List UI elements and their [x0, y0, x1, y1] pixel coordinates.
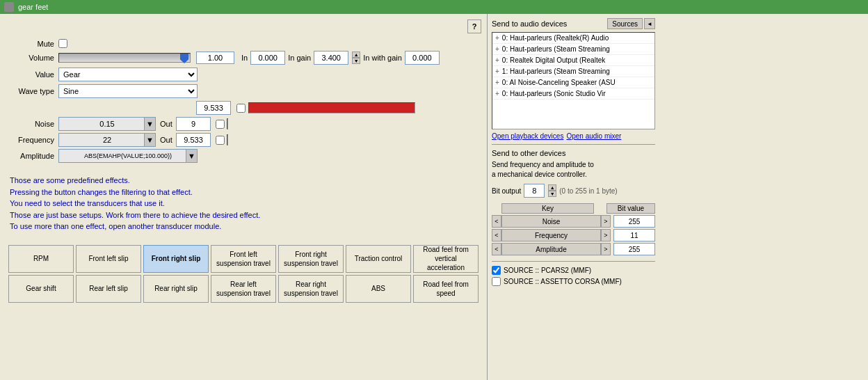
desc-line3: You need to select the transducers that … [10, 198, 477, 209]
channel3-checkbox[interactable] [216, 136, 225, 145]
channel1-fill [249, 103, 415, 113]
device-item-4[interactable]: + 1: Haut-parleurs (Steam Streaming [492, 66, 654, 77]
kv-amp-next[interactable]: > [601, 243, 611, 255]
open-playback-btn[interactable]: Open playback devices [492, 132, 563, 140]
kv-freq-prev[interactable]: < [492, 229, 501, 242]
kv-amp-prev[interactable]: < [492, 243, 501, 255]
noise-dropdown-btn[interactable]: ▼ [144, 118, 155, 130]
bottom-buttons: Open playback devices Open audio mixer [492, 132, 655, 140]
preset-traction-control[interactable]: Traction control [346, 245, 411, 273]
wavetype-select[interactable]: Sine Square Triangle [58, 84, 198, 98]
value-select[interactable]: Gear [58, 68, 198, 81]
audio-devices-header: Send to audio devices Sources ◄ [492, 18, 655, 29]
frequency-value-box[interactable]: 22 ▼ [58, 133, 156, 147]
channel2-checkbox[interactable] [216, 120, 225, 129]
value-row: Value Gear [6, 68, 481, 81]
device-list: + 0: Haut-parleurs (Realtek(R) Audio + 0… [492, 32, 655, 129]
channel1-checkbox[interactable] [236, 104, 246, 113]
kv-row-frequency: < Frequency > 11 [492, 229, 655, 242]
frequency-row: Frequency 22 ▼ Out 9.533 [6, 133, 481, 147]
source-2-label: SOURCE :: ASSETTO CORSA (MMF) [504, 278, 622, 285]
preset-road-feel-speed[interactable]: Road feel from speed [413, 275, 479, 303]
source-1-checkbox[interactable] [492, 266, 501, 275]
plus-icon-3: + [495, 56, 499, 64]
device-name-5: 0: AI Noise-Canceling Speaker (ASU [502, 79, 616, 86]
in-gain-spinner[interactable]: ▲ ▼ [352, 52, 360, 64]
device-item-5[interactable]: + 0: AI Noise-Canceling Speaker (ASU [492, 77, 654, 88]
preset-front-right-slip[interactable]: Front right slip [143, 245, 209, 273]
device-name-3: 0: Realtek Digital Output (Realtek [502, 56, 605, 64]
device-item-2[interactable]: + 0: Haut-parleurs (Steam Streaming [492, 44, 654, 55]
bit-spinner-up[interactable]: ▲ [548, 184, 556, 191]
plus-icon-6: + [495, 90, 499, 97]
wavetype-label: Wave type [6, 87, 54, 95]
amplitude-value: ABS(EMAHP(VALUE;100.000)) [84, 152, 172, 159]
amplitude-dropdown-btn[interactable]: ▼ [186, 150, 197, 162]
device-item-1[interactable]: + 0: Haut-parleurs (Realtek(R) Audio [492, 33, 654, 44]
device-name-2: 0: Haut-parleurs (Steam Streaming [502, 45, 610, 53]
help-button[interactable]: ? [467, 19, 481, 33]
preset-rear-right-slip[interactable]: Rear right slip [143, 275, 209, 303]
noise-value-box[interactable]: 0.15 ▼ [58, 117, 156, 131]
app-icon [4, 2, 14, 12]
volume-row: Volume 1.00 In 0.000 In gain 3.400 ▲ ▼ I… [6, 51, 481, 65]
plus-icon-4: + [495, 68, 499, 75]
amplitude-value-box[interactable]: ABS(EMAHP(VALUE;100.000)) ▼ [58, 149, 198, 163]
kv-freq-value[interactable]: 11 [613, 229, 655, 242]
channel1-bar [248, 102, 415, 113]
app-title: gear feet [18, 3, 48, 11]
spinner-up[interactable]: ▲ [352, 52, 360, 58]
arrow-button[interactable]: ◄ [644, 18, 655, 29]
preset-rpm[interactable]: RPM [8, 245, 74, 273]
preset-gear-shift[interactable]: Gear shift [8, 275, 74, 303]
kv-noise-next[interactable]: > [601, 215, 611, 228]
preset-rear-right-suspension[interactable]: Rear right suspension travel [278, 275, 344, 303]
frequency-value: 22 [103, 136, 111, 144]
open-mixer-btn[interactable]: Open audio mixer [566, 132, 621, 140]
sources-button[interactable]: Sources [607, 18, 643, 29]
in-gain-label: In gain [288, 54, 311, 62]
source-2-checkbox[interactable] [492, 277, 501, 286]
in-field[interactable]: 0.000 [250, 51, 285, 65]
gain-section: In 0.000 In gain 3.400 ▲ ▼ In with gain … [241, 51, 440, 65]
frequency-dropdown-btn[interactable]: ▼ [144, 134, 155, 146]
preset-front-left-suspension[interactable]: Front left suspension travel [211, 245, 276, 273]
source-item-1: SOURCE :: PCARS2 (MMF) [492, 266, 655, 275]
noise-label: Noise [6, 120, 54, 128]
device-item-6[interactable]: + 0: Haut-parleurs (Sonic Studio Vir [492, 88, 654, 100]
bit-spinner-down[interactable]: ▼ [548, 191, 556, 197]
bit-output-value: 8 [524, 184, 545, 198]
description-box: Those are some predefined effects. Press… [6, 171, 481, 237]
in-gain-field[interactable]: 3.400 [314, 51, 348, 65]
desc-line2: Pressing the button changes the filterin… [10, 187, 477, 198]
volume-slider-track[interactable] [58, 53, 191, 63]
preset-road-feel-vertical[interactable]: Road feel from vertical acceleration [413, 245, 479, 273]
bit-output-spinner[interactable]: ▲ ▼ [548, 184, 556, 197]
amplitude-label: Amplitude [6, 152, 54, 160]
spinner-down[interactable]: ▼ [352, 58, 360, 64]
channel1-value: 9.533 [196, 101, 231, 115]
kv-freq-next[interactable]: > [601, 229, 611, 242]
plus-icon-2: + [495, 45, 499, 53]
in-with-gain-field[interactable]: 0.000 [405, 51, 440, 65]
preset-front-left-slip[interactable]: Front left slip [76, 245, 141, 273]
device-name-6: 0: Haut-parleurs (Sonic Studio Vir [502, 90, 606, 97]
kv-noise-prev[interactable]: < [492, 215, 501, 228]
kv-amp-value[interactable]: 255 [613, 243, 655, 255]
device-name-1: 0: Haut-parleurs (Realtek(R) Audio [502, 34, 609, 42]
desc-line4: Those are just base setups. Work from th… [10, 209, 477, 221]
preset-abs[interactable]: ABS [346, 275, 411, 303]
kv-noise-value[interactable]: 255 [613, 215, 655, 228]
send-other-title: Send to other devices [492, 149, 655, 157]
mute-checkbox[interactable] [58, 39, 67, 48]
preset-rear-left-suspension[interactable]: Rear left suspension travel [211, 275, 276, 303]
volume-label: Volume [6, 54, 54, 62]
preset-front-right-suspension[interactable]: Front right suspension travel [278, 245, 344, 273]
plus-icon-5: + [495, 79, 499, 86]
preset-rear-left-slip[interactable]: Rear left slip [76, 275, 141, 303]
sources-section: SOURCE :: PCARS2 (MMF) SOURCE :: ASSETTO… [492, 261, 655, 288]
send-audio-title: Send to audio devices [492, 19, 567, 28]
device-item-3[interactable]: + 0: Realtek Digital Output (Realtek [492, 55, 654, 66]
bit-output-row: Bit output 8 ▲ ▼ (0 to 255 in 1 byte) [492, 184, 655, 198]
out2-label: Out [160, 120, 174, 128]
